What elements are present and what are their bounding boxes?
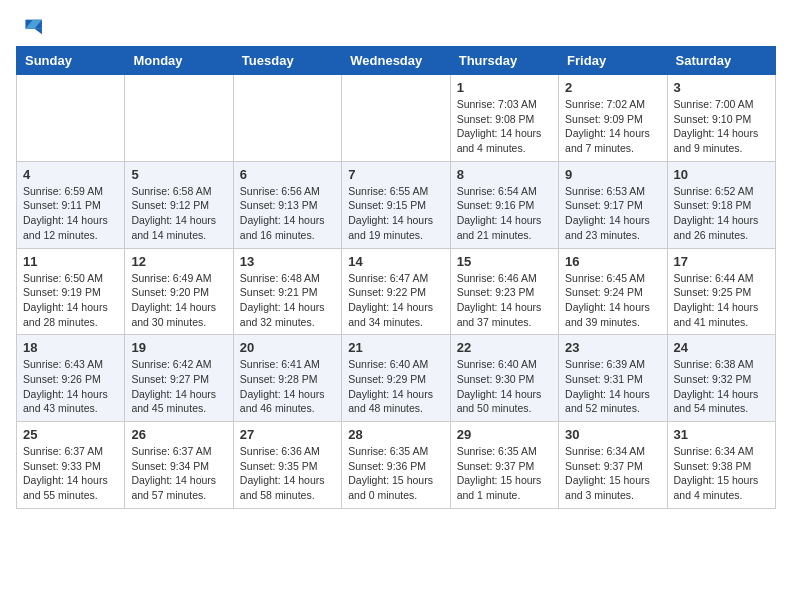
day-number: 16 bbox=[565, 254, 660, 269]
day-info: Sunrise: 7:02 AM Sunset: 9:09 PM Dayligh… bbox=[565, 97, 660, 156]
day-cell: 14Sunrise: 6:47 AM Sunset: 9:22 PM Dayli… bbox=[342, 248, 450, 335]
day-info: Sunrise: 6:47 AM Sunset: 9:22 PM Dayligh… bbox=[348, 271, 443, 330]
logo bbox=[16, 16, 48, 38]
day-info: Sunrise: 6:50 AM Sunset: 9:19 PM Dayligh… bbox=[23, 271, 118, 330]
day-number: 24 bbox=[674, 340, 769, 355]
col-header-monday: Monday bbox=[125, 47, 233, 75]
day-cell bbox=[342, 75, 450, 162]
day-number: 22 bbox=[457, 340, 552, 355]
day-cell: 18Sunrise: 6:43 AM Sunset: 9:26 PM Dayli… bbox=[17, 335, 125, 422]
day-cell: 23Sunrise: 6:39 AM Sunset: 9:31 PM Dayli… bbox=[559, 335, 667, 422]
day-info: Sunrise: 6:34 AM Sunset: 9:37 PM Dayligh… bbox=[565, 444, 660, 503]
col-header-tuesday: Tuesday bbox=[233, 47, 341, 75]
day-number: 17 bbox=[674, 254, 769, 269]
day-cell: 17Sunrise: 6:44 AM Sunset: 9:25 PM Dayli… bbox=[667, 248, 775, 335]
day-info: Sunrise: 6:34 AM Sunset: 9:38 PM Dayligh… bbox=[674, 444, 769, 503]
day-number: 18 bbox=[23, 340, 118, 355]
day-cell bbox=[17, 75, 125, 162]
day-cell: 16Sunrise: 6:45 AM Sunset: 9:24 PM Dayli… bbox=[559, 248, 667, 335]
day-number: 8 bbox=[457, 167, 552, 182]
day-cell: 11Sunrise: 6:50 AM Sunset: 9:19 PM Dayli… bbox=[17, 248, 125, 335]
day-cell: 9Sunrise: 6:53 AM Sunset: 9:17 PM Daylig… bbox=[559, 161, 667, 248]
day-cell: 26Sunrise: 6:37 AM Sunset: 9:34 PM Dayli… bbox=[125, 422, 233, 509]
week-row-3: 11Sunrise: 6:50 AM Sunset: 9:19 PM Dayli… bbox=[17, 248, 776, 335]
day-number: 19 bbox=[131, 340, 226, 355]
header-row: SundayMondayTuesdayWednesdayThursdayFrid… bbox=[17, 47, 776, 75]
day-cell: 12Sunrise: 6:49 AM Sunset: 9:20 PM Dayli… bbox=[125, 248, 233, 335]
week-row-2: 4Sunrise: 6:59 AM Sunset: 9:11 PM Daylig… bbox=[17, 161, 776, 248]
day-cell: 6Sunrise: 6:56 AM Sunset: 9:13 PM Daylig… bbox=[233, 161, 341, 248]
day-cell bbox=[233, 75, 341, 162]
col-header-saturday: Saturday bbox=[667, 47, 775, 75]
day-cell: 31Sunrise: 6:34 AM Sunset: 9:38 PM Dayli… bbox=[667, 422, 775, 509]
svg-marker-2 bbox=[35, 29, 42, 35]
day-number: 20 bbox=[240, 340, 335, 355]
day-number: 10 bbox=[674, 167, 769, 182]
day-number: 31 bbox=[674, 427, 769, 442]
day-cell: 5Sunrise: 6:58 AM Sunset: 9:12 PM Daylig… bbox=[125, 161, 233, 248]
day-cell: 15Sunrise: 6:46 AM Sunset: 9:23 PM Dayli… bbox=[450, 248, 558, 335]
day-info: Sunrise: 6:44 AM Sunset: 9:25 PM Dayligh… bbox=[674, 271, 769, 330]
day-info: Sunrise: 6:40 AM Sunset: 9:30 PM Dayligh… bbox=[457, 357, 552, 416]
col-header-wednesday: Wednesday bbox=[342, 47, 450, 75]
day-number: 4 bbox=[23, 167, 118, 182]
day-cell: 4Sunrise: 6:59 AM Sunset: 9:11 PM Daylig… bbox=[17, 161, 125, 248]
day-cell: 28Sunrise: 6:35 AM Sunset: 9:36 PM Dayli… bbox=[342, 422, 450, 509]
col-header-sunday: Sunday bbox=[17, 47, 125, 75]
day-info: Sunrise: 7:03 AM Sunset: 9:08 PM Dayligh… bbox=[457, 97, 552, 156]
day-number: 6 bbox=[240, 167, 335, 182]
day-info: Sunrise: 6:48 AM Sunset: 9:21 PM Dayligh… bbox=[240, 271, 335, 330]
day-info: Sunrise: 6:45 AM Sunset: 9:24 PM Dayligh… bbox=[565, 271, 660, 330]
day-info: Sunrise: 6:35 AM Sunset: 9:36 PM Dayligh… bbox=[348, 444, 443, 503]
day-info: Sunrise: 6:39 AM Sunset: 9:31 PM Dayligh… bbox=[565, 357, 660, 416]
day-info: Sunrise: 6:40 AM Sunset: 9:29 PM Dayligh… bbox=[348, 357, 443, 416]
day-info: Sunrise: 6:49 AM Sunset: 9:20 PM Dayligh… bbox=[131, 271, 226, 330]
day-number: 14 bbox=[348, 254, 443, 269]
day-number: 12 bbox=[131, 254, 226, 269]
day-info: Sunrise: 6:58 AM Sunset: 9:12 PM Dayligh… bbox=[131, 184, 226, 243]
day-number: 1 bbox=[457, 80, 552, 95]
day-number: 25 bbox=[23, 427, 118, 442]
day-number: 9 bbox=[565, 167, 660, 182]
day-info: Sunrise: 6:37 AM Sunset: 9:34 PM Dayligh… bbox=[131, 444, 226, 503]
day-info: Sunrise: 6:54 AM Sunset: 9:16 PM Dayligh… bbox=[457, 184, 552, 243]
day-cell: 7Sunrise: 6:55 AM Sunset: 9:15 PM Daylig… bbox=[342, 161, 450, 248]
day-cell: 13Sunrise: 6:48 AM Sunset: 9:21 PM Dayli… bbox=[233, 248, 341, 335]
calendar-table: SundayMondayTuesdayWednesdayThursdayFrid… bbox=[16, 46, 776, 509]
day-number: 5 bbox=[131, 167, 226, 182]
day-info: Sunrise: 6:46 AM Sunset: 9:23 PM Dayligh… bbox=[457, 271, 552, 330]
day-number: 29 bbox=[457, 427, 552, 442]
day-cell: 8Sunrise: 6:54 AM Sunset: 9:16 PM Daylig… bbox=[450, 161, 558, 248]
day-info: Sunrise: 6:41 AM Sunset: 9:28 PM Dayligh… bbox=[240, 357, 335, 416]
page-header bbox=[16, 16, 776, 38]
day-number: 28 bbox=[348, 427, 443, 442]
day-info: Sunrise: 6:35 AM Sunset: 9:37 PM Dayligh… bbox=[457, 444, 552, 503]
day-info: Sunrise: 6:36 AM Sunset: 9:35 PM Dayligh… bbox=[240, 444, 335, 503]
day-number: 27 bbox=[240, 427, 335, 442]
day-number: 3 bbox=[674, 80, 769, 95]
day-cell: 19Sunrise: 6:42 AM Sunset: 9:27 PM Dayli… bbox=[125, 335, 233, 422]
day-number: 21 bbox=[348, 340, 443, 355]
day-cell: 27Sunrise: 6:36 AM Sunset: 9:35 PM Dayli… bbox=[233, 422, 341, 509]
day-cell: 2Sunrise: 7:02 AM Sunset: 9:09 PM Daylig… bbox=[559, 75, 667, 162]
day-number: 30 bbox=[565, 427, 660, 442]
day-cell: 25Sunrise: 6:37 AM Sunset: 9:33 PM Dayli… bbox=[17, 422, 125, 509]
day-info: Sunrise: 7:00 AM Sunset: 9:10 PM Dayligh… bbox=[674, 97, 769, 156]
day-cell: 10Sunrise: 6:52 AM Sunset: 9:18 PM Dayli… bbox=[667, 161, 775, 248]
day-info: Sunrise: 6:53 AM Sunset: 9:17 PM Dayligh… bbox=[565, 184, 660, 243]
day-number: 13 bbox=[240, 254, 335, 269]
day-number: 11 bbox=[23, 254, 118, 269]
day-number: 15 bbox=[457, 254, 552, 269]
day-cell: 24Sunrise: 6:38 AM Sunset: 9:32 PM Dayli… bbox=[667, 335, 775, 422]
day-cell bbox=[125, 75, 233, 162]
day-info: Sunrise: 6:52 AM Sunset: 9:18 PM Dayligh… bbox=[674, 184, 769, 243]
day-info: Sunrise: 6:56 AM Sunset: 9:13 PM Dayligh… bbox=[240, 184, 335, 243]
week-row-1: 1Sunrise: 7:03 AM Sunset: 9:08 PM Daylig… bbox=[17, 75, 776, 162]
day-number: 7 bbox=[348, 167, 443, 182]
day-info: Sunrise: 6:55 AM Sunset: 9:15 PM Dayligh… bbox=[348, 184, 443, 243]
col-header-thursday: Thursday bbox=[450, 47, 558, 75]
day-info: Sunrise: 6:42 AM Sunset: 9:27 PM Dayligh… bbox=[131, 357, 226, 416]
day-cell: 3Sunrise: 7:00 AM Sunset: 9:10 PM Daylig… bbox=[667, 75, 775, 162]
day-info: Sunrise: 6:59 AM Sunset: 9:11 PM Dayligh… bbox=[23, 184, 118, 243]
week-row-5: 25Sunrise: 6:37 AM Sunset: 9:33 PM Dayli… bbox=[17, 422, 776, 509]
